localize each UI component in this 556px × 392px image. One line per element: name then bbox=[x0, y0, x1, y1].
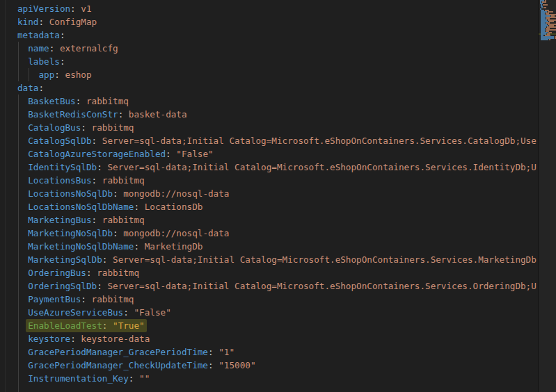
line-tokens: OrderingBus: rabbitmq bbox=[28, 268, 139, 278]
empty-line[interactable] bbox=[17, 385, 538, 392]
yaml-key: GracePeriodManager_GracePeriodTime bbox=[28, 347, 208, 357]
code-line[interactable]: MarketingBus: rabbitmq bbox=[17, 213, 538, 227]
indent-guide bbox=[18, 55, 19, 68]
yaml-value: "" bbox=[139, 373, 150, 384]
code-line[interactable]: OrderingBus: rabbitmq bbox=[17, 266, 538, 279]
yaml-key: Instrumentation_Key bbox=[28, 373, 129, 384]
line-tokens: labels: bbox=[28, 56, 65, 67]
minimap-line bbox=[539, 39, 556, 40]
indent-spaces bbox=[17, 215, 28, 225]
code-line[interactable]: CatalogBus: rabbitmq bbox=[17, 121, 538, 134]
code-line[interactable]: app: eshop bbox=[17, 68, 538, 81]
line-tokens: name: externalcfg bbox=[28, 43, 118, 54]
indent-guide bbox=[18, 385, 19, 392]
yaml-key: LocationsNoSqlDb bbox=[28, 188, 113, 199]
line-tokens: LocationsBus: rabbitmq bbox=[28, 175, 144, 186]
yaml-value: rabbitmq bbox=[86, 96, 129, 106]
code-line[interactable]: GracePeriodManager_GracePeriodTime: "1" bbox=[17, 345, 538, 359]
yaml-value: "1" bbox=[219, 347, 235, 357]
code-line[interactable]: keystore: keystore-data bbox=[17, 332, 538, 345]
yaml-value: Server=sql-data;Initial Catalog=Microsof… bbox=[107, 281, 536, 291]
indent-guide bbox=[18, 319, 19, 332]
code-line[interactable]: LocationsNoSqlDb: mongodb://nosql-data bbox=[17, 187, 538, 200]
yaml-value: Server=sql-data;Initial Catalog=Microsof… bbox=[102, 136, 537, 146]
code-line[interactable]: apiVersion: v1 bbox=[17, 2, 538, 15]
colon-punctuation: : bbox=[134, 241, 144, 252]
indent-guide bbox=[18, 161, 19, 174]
yaml-value: mongodb://nosql-data bbox=[123, 228, 229, 238]
line-tokens: CatalogBus: rabbitmq bbox=[28, 122, 134, 133]
yaml-value: MarketingDb bbox=[145, 241, 203, 252]
code-line[interactable]: labels: bbox=[17, 55, 538, 68]
code-line[interactable]: PaymentBus: rabbitmq bbox=[17, 293, 538, 306]
indent-spaces bbox=[17, 334, 28, 344]
code-line[interactable]: CatalogAzureStorageEnabled: "False" bbox=[17, 147, 538, 161]
minimap[interactable] bbox=[538, 0, 556, 392]
yaml-key: LocationsNoSqlDbName bbox=[28, 202, 134, 212]
line-tokens: BasketBus: rabbitmq bbox=[28, 96, 129, 106]
yaml-key: data bbox=[17, 83, 38, 93]
code-line[interactable]: MarketingSqlDb: Server=sql-data;Initial … bbox=[17, 253, 538, 266]
indent-guide bbox=[18, 240, 19, 253]
yaml-value: keystore-data bbox=[81, 334, 150, 344]
yaml-value: LocationsDb bbox=[145, 202, 203, 212]
code-line[interactable]: LocationsNoSqlDbName: LocationsDb bbox=[17, 200, 538, 213]
colon-punctuation: : bbox=[166, 149, 176, 159]
code-line[interactable]: MarketingNoSqlDb: mongodb://nosql-data bbox=[17, 227, 538, 240]
yaml-key: labels bbox=[28, 56, 60, 67]
yaml-key: MarketingSqlDb bbox=[28, 254, 102, 265]
code-line[interactable]: IdentitySqlDb: Server=sql-data;Initial C… bbox=[17, 161, 538, 174]
code-line[interactable]: Instrumentation_Key: "" bbox=[17, 372, 538, 385]
indent-spaces bbox=[17, 294, 28, 304]
colon-punctuation: : bbox=[76, 96, 86, 106]
yaml-key: apiVersion bbox=[17, 3, 70, 14]
colon-punctuation: : bbox=[134, 202, 144, 212]
line-tokens: metadata: bbox=[17, 30, 65, 40]
code-line[interactable]: data: bbox=[17, 81, 538, 95]
code-line[interactable]: OrderingSqlDb: Server=sql-data;Initial C… bbox=[17, 279, 538, 293]
indent-guide bbox=[18, 95, 19, 108]
code-line[interactable]: BasketBus: rabbitmq bbox=[17, 95, 538, 108]
colon-punctuation: : bbox=[54, 70, 65, 80]
colon-punctuation: : bbox=[97, 281, 107, 291]
code-line[interactable]: LocationsBus: rabbitmq bbox=[17, 174, 538, 187]
yaml-value: rabbitmq bbox=[102, 175, 145, 186]
colon-punctuation: : bbox=[49, 43, 60, 54]
yaml-key: kind bbox=[17, 17, 38, 27]
indent-guide bbox=[18, 227, 19, 240]
code-line[interactable]: GracePeriodManager_CheckUpdateTime: "150… bbox=[17, 359, 538, 372]
code-line[interactable]: EnableLoadTest: "True" bbox=[17, 319, 538, 332]
yaml-key: app bbox=[38, 70, 54, 80]
line-tokens: LocationsNoSqlDbName: LocationsDb bbox=[28, 202, 202, 212]
yaml-key: OrderingSqlDb bbox=[28, 281, 97, 291]
indent-guide bbox=[18, 359, 19, 372]
yaml-key: CatalogAzureStorageEnabled bbox=[28, 149, 166, 159]
line-tokens: MarketingNoSqlDb: mongodb://nosql-data bbox=[28, 228, 229, 238]
code-line[interactable]: metadata: bbox=[17, 28, 538, 42]
yaml-key: LocationsBus bbox=[28, 175, 91, 186]
code-line[interactable]: kind: ConfigMap bbox=[17, 15, 538, 28]
colon-punctuation: : bbox=[92, 136, 102, 146]
indent-guide bbox=[18, 345, 19, 359]
indent-guide bbox=[18, 108, 19, 121]
line-tokens: MarketingNoSqlDbName: MarketingDb bbox=[28, 241, 202, 252]
code-line[interactable]: CatalogSqlDb: Server=sql-data;Initial Ca… bbox=[17, 134, 538, 147]
line-tokens: PaymentBus: rabbitmq bbox=[28, 294, 134, 304]
indent-spaces bbox=[17, 136, 28, 146]
yaml-key: BasketBus bbox=[28, 96, 76, 106]
code-line[interactable]: MarketingNoSqlDbName: MarketingDb bbox=[17, 240, 538, 253]
line-tokens: kind: ConfigMap bbox=[17, 17, 97, 27]
indent-spaces bbox=[17, 43, 28, 54]
editor-code-area[interactable]: apiVersion: v1kind: ConfigMapmetadata: n… bbox=[0, 2, 538, 392]
code-line[interactable]: name: externalcfg bbox=[17, 42, 538, 55]
code-line[interactable]: BasketRedisConStr: basket-data bbox=[17, 108, 538, 121]
colon-punctuation: : bbox=[70, 334, 81, 344]
indent-spaces bbox=[17, 202, 28, 212]
colon-punctuation: : bbox=[102, 320, 113, 331]
code-line[interactable]: UseAzureServiceBus: "False" bbox=[17, 306, 538, 319]
yaml-key: EnableLoadTest bbox=[28, 320, 102, 331]
colon-punctuation: : bbox=[92, 175, 102, 186]
indent-guide bbox=[18, 253, 19, 266]
indent-spaces bbox=[17, 70, 38, 80]
minimap-key-bar bbox=[541, 39, 548, 40]
